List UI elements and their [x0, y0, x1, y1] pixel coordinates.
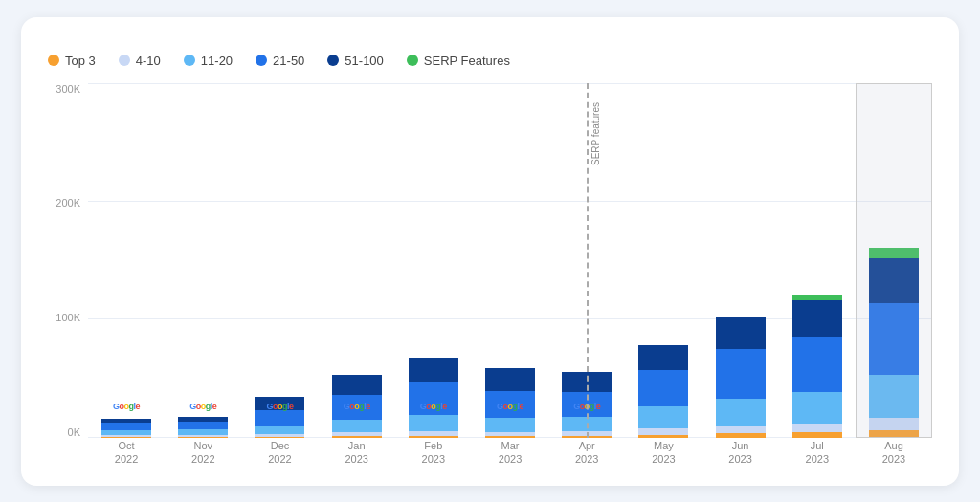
- bar-stack: [716, 317, 766, 438]
- bar-group: Google: [472, 83, 548, 438]
- bar-segment: [638, 345, 688, 370]
- y-axis-label: 200K: [48, 197, 88, 208]
- bar-group: Google: [548, 83, 625, 438]
- x-axis-label: Dec2022: [241, 439, 318, 467]
- x-axis-label: Nov2022: [165, 439, 241, 467]
- chart-inner: 0K100K200K300K GoogleGoogleGoogleGoogleG…: [48, 83, 932, 467]
- bar-group: Google: [395, 83, 472, 438]
- bar-segment: [792, 300, 842, 337]
- bar-segment: [409, 415, 458, 431]
- bar-segment: [869, 258, 919, 303]
- bar-segment: [792, 392, 842, 424]
- legend-dot: [407, 55, 418, 66]
- google-badge: Google: [420, 402, 447, 411]
- bar-segment: [255, 437, 304, 438]
- legend-dot: [327, 55, 339, 66]
- bar-segment: [332, 420, 382, 432]
- bar-segment: [409, 436, 458, 438]
- bar-group: Google: [88, 83, 165, 438]
- google-badge: Google: [189, 402, 216, 411]
- bar-group: Google: [319, 83, 395, 438]
- bar-segment: [638, 435, 688, 438]
- legend-dot: [184, 55, 195, 66]
- bar-segment: [101, 437, 151, 438]
- bar-stack: [792, 295, 842, 438]
- legend-label: 11-20: [201, 54, 233, 68]
- bar-segment: [562, 436, 612, 438]
- plot-area: GoogleGoogleGoogleGoogleGoogleGoogleGoog…: [88, 83, 932, 467]
- google-badge: Google: [344, 402, 370, 411]
- y-axis: 0K100K200K300K: [48, 83, 88, 467]
- bar-segment: [716, 426, 766, 433]
- bar-segment: [716, 317, 766, 349]
- bar-segment: [562, 417, 612, 431]
- x-axis-label: Aug2023: [856, 439, 932, 467]
- y-axis-label: 300K: [48, 83, 88, 95]
- legend-label: 4-10: [136, 54, 161, 68]
- x-axis-label: Oct2022: [88, 439, 165, 467]
- legend-item: 21-50: [256, 54, 304, 68]
- dashed-line-label: SERP features: [590, 102, 601, 165]
- bar-segment: [638, 406, 688, 428]
- bar-stack: [869, 248, 919, 438]
- bar-segment: [562, 372, 612, 392]
- bar-segment: [716, 349, 766, 399]
- y-axis-label: 0K: [48, 426, 88, 438]
- bar-segment: [638, 370, 688, 406]
- bar-segment: [716, 399, 766, 426]
- x-axis-label: Jan2023: [319, 439, 395, 467]
- bar-segment: [485, 368, 535, 391]
- legend-dot: [119, 55, 130, 66]
- bar-segment: [792, 424, 842, 432]
- bar-segment: [409, 358, 458, 382]
- bar-group: Google: [165, 83, 241, 438]
- x-labels: Oct2022Nov2022Dec2022Jan2023Feb2023Mar20…: [88, 439, 932, 467]
- bar-segment: [332, 436, 382, 438]
- bar-segment: [869, 418, 919, 430]
- bar-stack: [409, 358, 458, 438]
- legend-label: SERP Features: [424, 54, 510, 68]
- bar-stack: [178, 417, 228, 438]
- legend-item: 11-20: [184, 54, 233, 68]
- bar-segment: [255, 426, 304, 434]
- legend-label: 51-100: [345, 54, 383, 68]
- legend-dot: [48, 55, 59, 66]
- y-axis-label: 100K: [48, 312, 88, 323]
- chart-card: Top 34-1011-2021-5051-100SERP Features 0…: [21, 17, 959, 486]
- bar-segment: [869, 248, 919, 258]
- bars-row: GoogleGoogleGoogleGoogleGoogleGoogleGoog…: [88, 83, 932, 467]
- x-axis-label: Jun2023: [702, 439, 779, 467]
- legend-item: 51-100: [327, 54, 383, 68]
- bar-group: Google: [241, 83, 318, 438]
- bar-segment: [869, 303, 919, 375]
- bar-stack: [638, 345, 688, 438]
- bar-segment: [869, 430, 919, 438]
- bar-segment: [485, 436, 535, 438]
- bar-group: [702, 83, 779, 438]
- legend-item: Top 3: [48, 54, 96, 68]
- bar-group: [779, 83, 856, 438]
- legend-item: SERP Features: [407, 54, 510, 68]
- bar-segment: [792, 337, 842, 392]
- bar-segment: [638, 428, 688, 435]
- legend-dot: [256, 55, 267, 66]
- legend-item: 4-10: [119, 54, 161, 68]
- x-axis-label: Feb2023: [395, 439, 472, 467]
- google-badge: Google: [266, 402, 293, 411]
- bar-segment: [178, 422, 228, 429]
- google-badge: Google: [497, 402, 523, 411]
- bar-segment: [332, 375, 382, 395]
- chart-legend: Top 34-1011-2021-5051-100SERP Features: [48, 54, 932, 68]
- bar-segment: [869, 375, 919, 418]
- bar-segment: [255, 410, 304, 426]
- bar-stack: [101, 419, 151, 438]
- legend-label: 21-50: [273, 54, 304, 68]
- bar-segment: [485, 418, 535, 432]
- bar-group: [625, 83, 702, 438]
- x-axis-label: Apr2023: [548, 439, 625, 467]
- legend-label: Top 3: [65, 54, 96, 68]
- bar-segment: [716, 433, 766, 438]
- google-badge: Google: [113, 402, 140, 411]
- google-badge: Google: [573, 402, 600, 411]
- x-axis-label: May2023: [625, 439, 702, 467]
